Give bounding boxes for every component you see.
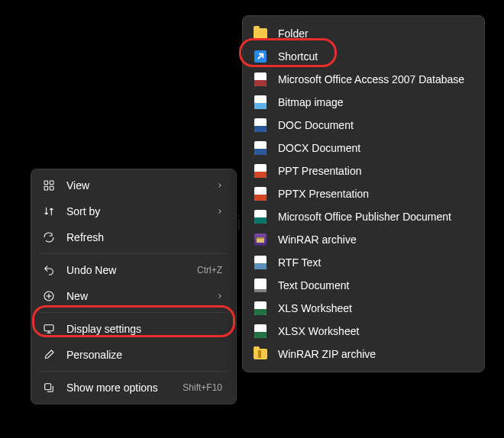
submenu-label: Text Document <box>278 279 473 291</box>
xls-file-icon <box>254 301 267 315</box>
docx-file-icon <box>254 141 267 155</box>
sort-icon <box>42 205 56 218</box>
access-file-icon <box>254 72 267 86</box>
submenu-label: DOC Document <box>278 119 473 131</box>
view-icon <box>42 179 56 192</box>
menu-label: View <box>66 179 205 192</box>
chevron-right-icon <box>216 182 224 189</box>
submenu-item-xls[interactable]: XLS Worksheet <box>246 297 481 320</box>
desktop-context-menu: View Sort by Refresh Undo New <box>31 169 237 404</box>
svg-rect-2 <box>50 181 53 185</box>
submenu-item-doc[interactable]: DOC Document <box>246 114 481 137</box>
submenu-item-text[interactable]: Text Document <box>246 274 481 297</box>
menu-item-display-settings[interactable]: Display settings <box>34 316 233 342</box>
shortcut-arrow-icon <box>254 50 267 63</box>
new-submenu: Folder Shortcut Microsoft Office Access … <box>242 15 485 372</box>
menu-label: Show more options <box>66 382 172 394</box>
chevron-right-icon <box>216 292 224 300</box>
show-more-options-icon <box>42 381 56 395</box>
menu-label: Display settings <box>66 323 225 335</box>
submenu-label: Folder <box>278 27 473 40</box>
menu-item-personalize[interactable]: Personalize <box>34 342 233 368</box>
menu-divider <box>39 312 228 313</box>
svg-rect-7 <box>45 384 51 390</box>
submenu-item-folder[interactable]: Folder <box>246 22 481 45</box>
submenu-item-ppt[interactable]: PPT Presentation <box>246 159 481 182</box>
submenu-label: WinRAR ZIP archive <box>278 348 473 360</box>
publisher-file-icon <box>254 210 267 224</box>
menu-item-sort-by[interactable]: Sort by <box>34 198 233 224</box>
submenu-item-winrar-zip[interactable]: WinRAR ZIP archive <box>246 343 481 366</box>
menu-item-refresh[interactable]: Refresh <box>34 224 233 250</box>
submenu-label: WinRAR archive <box>278 233 473 246</box>
submenu-label: XLS Worksheet <box>278 302 473 314</box>
submenu-item-pptx[interactable]: PPTX Presentation <box>246 182 481 205</box>
zip-folder-icon <box>254 347 267 361</box>
submenu-label: DOCX Document <box>278 142 473 154</box>
undo-icon <box>42 263 56 277</box>
menu-label: Personalize <box>66 349 225 361</box>
submenu-label: Shortcut <box>278 50 473 63</box>
submenu-item-docx[interactable]: DOCX Document <box>246 137 481 159</box>
personalize-icon <box>42 348 56 362</box>
menu-item-new[interactable]: New <box>34 283 233 309</box>
menu-divider <box>39 371 228 372</box>
bitmap-file-icon <box>254 95 267 109</box>
submenu-label: PPT Presentation <box>278 165 473 177</box>
new-icon <box>42 289 56 303</box>
submenu-item-shortcut[interactable]: Shortcut <box>246 45 481 68</box>
svg-rect-6 <box>44 325 53 331</box>
submenu-item-xlsx[interactable]: XLSX Worksheet <box>246 320 481 343</box>
svg-rect-1 <box>44 181 48 185</box>
text-file-icon <box>254 279 267 292</box>
submenu-item-access-database[interactable]: Microsoft Office Access 2007 Database <box>246 68 481 91</box>
ppt-file-icon <box>254 164 267 178</box>
menu-label: Undo New <box>66 264 186 276</box>
menu-item-show-more-options[interactable]: Show more options Shift+F10 <box>34 375 233 401</box>
submenu-label: Bitmap image <box>278 96 473 108</box>
submenu-label: XLSX Worksheet <box>278 325 473 337</box>
display-settings-icon <box>42 322 56 336</box>
submenu-item-bitmap[interactable]: Bitmap image <box>246 91 481 114</box>
pptx-file-icon <box>254 187 267 201</box>
submenu-item-publisher[interactable]: Microsoft Office Publisher Document <box>246 205 481 228</box>
doc-file-icon <box>254 118 267 132</box>
menu-shortcut: Shift+F10 <box>183 382 222 393</box>
submenu-item-rtf[interactable]: RTF Text <box>246 251 481 274</box>
menu-shortcut: Ctrl+Z <box>197 265 222 275</box>
menu-label: Refresh <box>66 231 225 243</box>
menu-divider <box>39 253 228 254</box>
refresh-icon <box>42 230 56 244</box>
submenu-label: RTF Text <box>278 256 473 269</box>
svg-rect-8 <box>258 350 261 358</box>
submenu-label: Microsoft Office Access 2007 Database <box>278 73 473 85</box>
rtf-file-icon <box>254 256 267 269</box>
submenu-label: PPTX Presentation <box>278 188 473 200</box>
xlsx-file-icon <box>254 324 267 338</box>
winrar-file-icon <box>254 233 267 246</box>
menu-label: New <box>66 290 205 302</box>
menu-label: Sort by <box>66 205 205 217</box>
folder-icon <box>254 27 267 40</box>
svg-rect-4 <box>50 186 53 190</box>
svg-rect-3 <box>44 186 48 190</box>
menu-item-undo-new[interactable]: Undo New Ctrl+Z <box>34 257 233 283</box>
submenu-item-winrar[interactable]: WinRAR archive <box>246 228 481 251</box>
submenu-label: Microsoft Office Publisher Document <box>278 211 473 223</box>
chevron-right-icon <box>216 208 224 215</box>
menu-item-view[interactable]: View <box>34 172 233 198</box>
